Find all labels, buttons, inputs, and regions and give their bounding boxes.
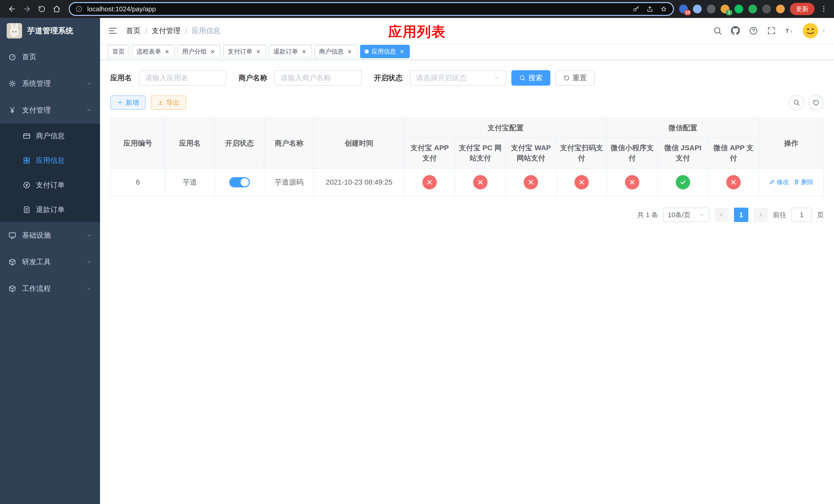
sidebar-item-home[interactable]: 首页 [0, 44, 100, 70]
sidebar-item-workflow[interactable]: 工作流程 [0, 275, 100, 302]
refund-doc-icon [23, 206, 31, 214]
extension-blue-red-icon[interactable]: 10 [679, 5, 688, 13]
url-bar[interactable]: localhost:1024/pay/app [69, 2, 674, 16]
font-size-icon[interactable]: TT [785, 26, 794, 36]
chevron-up-icon [86, 108, 92, 113]
home-icon [52, 5, 61, 13]
tab-process-form[interactable]: 流程表单× [132, 45, 175, 58]
back-button[interactable] [5, 2, 19, 16]
sidebar-item-payment-orders[interactable]: 支付订单 [0, 173, 100, 198]
extension-pin-icon[interactable] [762, 5, 771, 13]
sidebar-toggle-icon[interactable] [108, 26, 118, 36]
tab-user-group[interactable]: 用户分组× [177, 45, 221, 58]
goto-label: 前往 [773, 210, 786, 220]
cell-app-id: 6 [111, 168, 165, 196]
sidebar-item-label: 应用信息 [36, 156, 65, 165]
sidebar-item-payment-management[interactable]: 支付管理 [0, 97, 100, 123]
user-menu[interactable] [803, 23, 826, 39]
tab-close-icon[interactable]: × [398, 48, 405, 55]
tab-home[interactable]: 首页 [108, 45, 129, 58]
page-size-select[interactable]: 10条/页 [663, 208, 709, 222]
extension-emoji-icon[interactable] [776, 5, 785, 13]
chevron-down-icon [86, 232, 92, 238]
export-button-label: 导出 [166, 98, 179, 107]
cross-status-icon [473, 175, 487, 189]
sidebar-item-system-management[interactable]: 系统管理 [0, 70, 100, 97]
column-header-alipay-wap: 支付宝 WAP 网站支付 [506, 138, 556, 168]
refresh-button[interactable] [808, 95, 824, 110]
add-button[interactable]: 新增 [110, 95, 146, 110]
sidebar-logo[interactable]: 芋道管理系统 [0, 18, 100, 44]
home-button[interactable] [50, 2, 64, 16]
chevron-left-icon [719, 212, 725, 218]
sidebar-item-infrastructure[interactable]: 基础设施 [0, 222, 100, 249]
next-page-button[interactable] [753, 208, 768, 222]
tab-close-icon[interactable]: × [163, 48, 170, 55]
tab-payment-order[interactable]: 支付订单× [223, 45, 266, 58]
dashboard-icon [8, 53, 16, 61]
extension-avatar-icon[interactable]: 1 [721, 5, 729, 13]
share-icon[interactable] [646, 5, 654, 13]
extension-green-square-icon[interactable] [748, 5, 757, 13]
search-icon[interactable] [713, 26, 722, 36]
browser-menu-icon[interactable] [820, 5, 828, 13]
search-button[interactable]: 搜索 [511, 70, 550, 86]
extensions-area: 101 [679, 5, 785, 13]
app-name-input[interactable] [139, 70, 226, 86]
toggle-search-button[interactable] [789, 95, 804, 110]
cube-icon [8, 258, 16, 266]
tab-label: 商户信息 [319, 47, 344, 55]
delete-button[interactable]: 删除 [793, 178, 813, 186]
logo-avatar [7, 23, 22, 39]
tab-close-icon[interactable]: × [255, 48, 262, 55]
cross-status-icon [524, 175, 538, 189]
sidebar-item-refund-orders[interactable]: 退款订单 [0, 198, 100, 222]
search-button-label: 搜索 [528, 73, 543, 83]
tab-close-icon[interactable]: × [346, 48, 353, 55]
breadcrumb-item[interactable]: 支付管理 [152, 26, 180, 36]
fullscreen-icon[interactable] [767, 26, 776, 36]
password-key-icon[interactable] [632, 5, 640, 13]
table-header-row: 应用编号 应用名 开启状态 商户名称 创建时间 支付宝配置 微信配置 操作 [111, 118, 824, 138]
breadcrumb-separator: / [145, 27, 147, 35]
github-icon[interactable] [731, 26, 740, 36]
back-icon [8, 5, 16, 13]
tab-close-icon[interactable]: × [301, 48, 307, 55]
merchant-name-input[interactable] [275, 70, 361, 86]
tab-app-info[interactable]: 应用信息× [360, 45, 410, 58]
extension-dark-circle-icon[interactable] [707, 5, 716, 13]
tab-refund-order[interactable]: 退款订单× [269, 45, 312, 58]
status-toggle[interactable] [229, 177, 250, 187]
browser-update-button[interactable]: 更新 [790, 3, 814, 15]
forward-icon [23, 5, 31, 13]
prev-page-button[interactable] [715, 208, 729, 222]
reload-button[interactable] [35, 2, 49, 16]
tab-close-icon[interactable]: × [209, 48, 216, 55]
export-button[interactable]: 导出 [151, 95, 186, 110]
chevron-right-icon [758, 212, 764, 218]
tab-merchant-info[interactable]: 商户信息× [314, 45, 357, 58]
page-number-1[interactable]: 1 [734, 208, 748, 222]
bookmark-star-icon[interactable] [660, 5, 667, 13]
sidebar-item-label: 研发工具 [22, 257, 51, 267]
extension-green-circle-icon[interactable] [734, 5, 743, 13]
tab-label: 退款订单 [273, 47, 298, 55]
site-info-icon[interactable] [75, 5, 83, 13]
edit-button[interactable]: 修改 [769, 178, 789, 186]
column-header-wx-mini: 微信小程序支付 [607, 138, 657, 168]
merchant-name-label: 商户名称 [239, 73, 267, 83]
search-form: 应用名 商户名称 开启状态 请选择开启状态 搜索 重置 [110, 70, 824, 86]
pay-order-icon [23, 181, 31, 189]
breadcrumb-item[interactable]: 首页 [126, 26, 140, 36]
column-header-alipay-app: 支付宝 APP 支付 [404, 138, 455, 168]
reset-button[interactable]: 重置 [555, 70, 594, 86]
status-select[interactable]: 请选择开启状态 [410, 70, 506, 86]
sidebar-item-merchant-info[interactable]: 商户信息 [0, 123, 100, 148]
forward-button[interactable] [20, 2, 34, 16]
help-icon[interactable] [749, 26, 758, 36]
sidebar-item-label: 支付订单 [36, 180, 65, 190]
sidebar-item-app-info[interactable]: 应用信息 [0, 148, 100, 173]
goto-page-input[interactable] [791, 208, 812, 222]
sidebar-item-dev-tools[interactable]: 研发工具 [0, 249, 100, 275]
extension-blue-drop-icon[interactable] [693, 5, 702, 13]
